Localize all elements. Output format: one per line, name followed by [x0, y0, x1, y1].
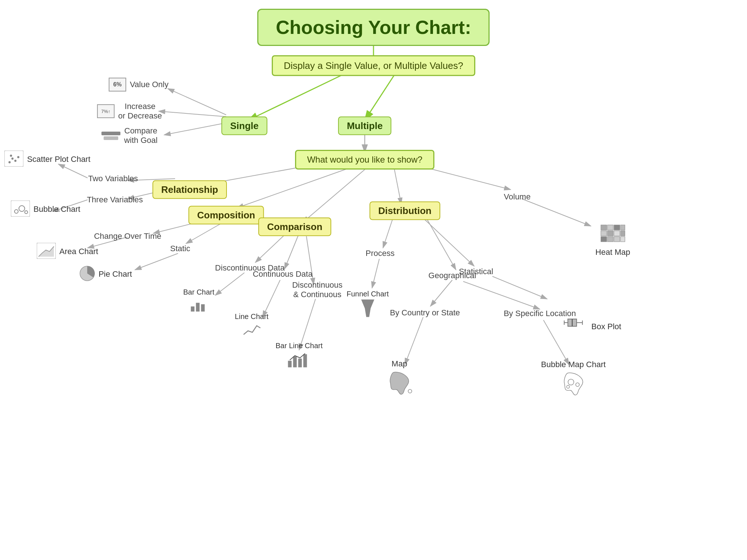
svg-marker-49 [39, 246, 54, 257]
svg-line-30 [427, 219, 456, 270]
value-only-icon: 6% [109, 78, 126, 92]
compare-goal-node: Compare with Goal [101, 126, 158, 145]
value-only-node: 6% Value Only [109, 78, 169, 92]
map-node: Map [383, 359, 416, 399]
svg-point-40 [11, 158, 13, 160]
compare-icon [101, 132, 120, 140]
svg-line-19 [135, 253, 178, 270]
svg-point-80 [566, 385, 569, 388]
svg-rect-65 [601, 225, 607, 230]
increase-icon: 7%↑ [97, 104, 115, 118]
bubble-map-node: Bubble Map Chart [541, 360, 605, 400]
svg-rect-71 [614, 231, 620, 236]
question2: What would you like to show? [295, 150, 434, 170]
svg-line-27 [372, 259, 379, 288]
svg-point-39 [8, 161, 11, 163]
pie-chart-icon [80, 266, 95, 281]
svg-line-21 [215, 273, 244, 295]
multiple-node: Multiple [338, 117, 391, 135]
comparison-node: Comparison [258, 218, 331, 236]
bar-line-chart-icon [287, 350, 311, 368]
distribution-node: Distribution [369, 202, 440, 220]
svg-line-1 [248, 71, 350, 120]
relationship-node: Relationship [152, 180, 227, 199]
pie-chart-node: Pie Chart [80, 266, 132, 281]
svg-point-41 [14, 160, 16, 162]
by-location-label: By Specific Location [504, 309, 576, 318]
composition-node: Composition [189, 206, 264, 225]
line-chart-icon [242, 321, 261, 337]
svg-line-31 [430, 280, 452, 306]
question1: Display a Single Value, or Multiple Valu… [272, 55, 475, 76]
svg-rect-70 [607, 231, 613, 236]
area-chart-icon [37, 243, 56, 259]
svg-point-46 [19, 206, 25, 211]
svg-point-45 [15, 210, 18, 213]
svg-point-47 [25, 211, 28, 214]
area-chart-node: Area Chart [37, 243, 98, 259]
process-label: Process [365, 249, 394, 258]
svg-line-35 [522, 199, 591, 226]
geographical-label: Geographical [429, 271, 476, 280]
svg-line-2 [365, 71, 397, 120]
svg-rect-54 [288, 361, 292, 368]
funnel-chart-icon [360, 298, 376, 318]
svg-point-42 [10, 155, 12, 157]
svg-rect-68 [620, 225, 625, 230]
svg-rect-75 [614, 237, 620, 242]
map-icon [383, 369, 416, 398]
bubble-chart-icon [11, 201, 30, 217]
svg-line-8 [237, 168, 350, 208]
by-country-label: By Country or State [390, 308, 460, 318]
svg-line-10 [394, 167, 401, 204]
svg-line-5 [159, 111, 226, 117]
heat-map-icon [600, 224, 626, 246]
disc-cont-label: Discontinuous & Continuous [292, 280, 342, 299]
svg-rect-66 [607, 225, 613, 230]
svg-line-28 [423, 218, 474, 266]
funnel-chart-node: Funnel Chart [347, 290, 389, 319]
svg-point-43 [17, 156, 19, 158]
svg-rect-56 [298, 359, 302, 368]
svg-rect-57 [303, 354, 307, 368]
svg-rect-73 [601, 237, 607, 242]
svg-rect-67 [614, 225, 620, 230]
svg-rect-55 [293, 357, 297, 368]
svg-line-22 [285, 233, 299, 269]
bar-chart-icon [189, 296, 208, 312]
svg-line-4 [168, 89, 226, 115]
svg-rect-72 [620, 231, 625, 236]
continuous-data-label: Continuous Data [253, 269, 313, 279]
heat-map-node: Heat Map [595, 224, 630, 257]
three-variables-label: Three Variables [87, 195, 143, 205]
scatter-plot-icon [4, 151, 23, 167]
increase-decrease-node: 7%↑ Increase or Decrease [97, 102, 162, 121]
title: Choosing Your Chart: [257, 9, 489, 46]
svg-rect-38 [4, 151, 23, 167]
single-node: Single [221, 117, 267, 135]
bar-line-chart-node: Bar Line Chart [276, 342, 323, 370]
static-label: Static [170, 244, 190, 253]
scatter-plot-node: Scatter Plot Chart [4, 151, 90, 167]
svg-line-33 [463, 281, 540, 309]
bubble-chart-node: Bubble Chart [11, 201, 80, 217]
svg-rect-69 [601, 231, 607, 236]
svg-marker-58 [361, 300, 374, 317]
svg-rect-51 [191, 307, 194, 312]
svg-line-32 [405, 317, 423, 365]
svg-point-79 [576, 383, 579, 386]
bar-chart-node: Bar Chart [183, 288, 214, 314]
bubble-map-icon [557, 369, 590, 398]
line-chart-node: Line Chart [235, 312, 268, 338]
svg-line-23 [263, 280, 280, 317]
svg-rect-52 [196, 303, 200, 312]
svg-line-20 [255, 232, 288, 262]
change-over-time-label: Change Over Time [94, 232, 162, 241]
svg-rect-53 [201, 304, 205, 312]
svg-line-9 [303, 170, 365, 222]
svg-point-77 [408, 389, 412, 393]
svg-line-29 [492, 276, 547, 299]
volume-label: Volume [504, 192, 530, 202]
svg-point-78 [568, 379, 574, 385]
two-variables-label: Two Variables [88, 174, 138, 183]
